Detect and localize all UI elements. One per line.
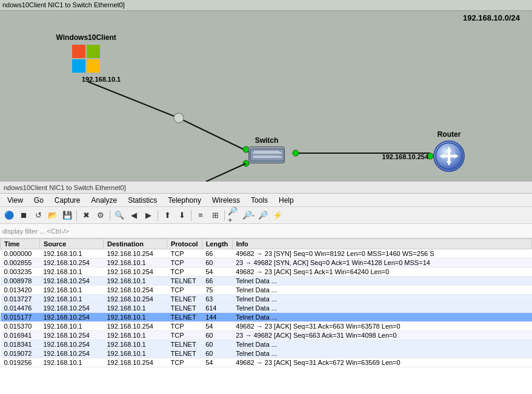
cell-source: 192.168.10.254 — [40, 313, 104, 322]
cell-time: 0.008978 — [1, 277, 40, 286]
menu-item-telephony[interactable]: Telephony — [163, 195, 206, 206]
restart-capture-button[interactable]: ↺ — [32, 209, 45, 222]
menu-item-capture[interactable]: Capture — [50, 195, 85, 206]
stop-capture-button[interactable]: ⏹ — [17, 209, 30, 222]
router-label: Router — [437, 130, 461, 139]
win-sq-green — [87, 45, 100, 58]
table-row[interactable]: 0.018341192.168.10.254192.168.10.1TELNET… — [1, 340, 532, 349]
cell-source: 192.168.10.254 — [40, 258, 104, 268]
save-file-button[interactable]: 💾 — [61, 209, 74, 222]
cell-time: 0.015177 — [1, 313, 40, 322]
table-row[interactable]: 0.013420192.168.10.1192.168.10.254TCP75T… — [1, 286, 532, 295]
columns-button[interactable]: ⊞ — [208, 209, 222, 222]
col-header-dest: Destination — [104, 239, 167, 249]
cell-proto: TCP — [167, 331, 202, 340]
table-row[interactable]: 0.000000192.168.10.1192.168.10.254TCP664… — [1, 249, 532, 258]
cell-len: 66 — [202, 277, 232, 286]
open-file-button[interactable]: 📂 — [46, 209, 59, 222]
menu-item-statistics[interactable]: Statistics — [123, 195, 162, 206]
cell-len: 75 — [202, 286, 232, 295]
cell-len: 60 — [202, 258, 232, 268]
col-header-len: Length — [202, 239, 232, 249]
windows-icon — [71, 44, 101, 74]
cell-len: 54 — [202, 358, 232, 367]
ws-title-text: ndows10Client NIC1 to Switch Ethernet0] — [4, 184, 126, 191]
router-ip: 192.168.10.254 — [382, 153, 428, 160]
cell-proto: TELNET — [167, 340, 202, 349]
menu-item-wireless[interactable]: Wireless — [207, 195, 245, 206]
zoom-normal-button[interactable]: ≡ — [194, 209, 207, 222]
menubar: ViewGoCaptureAnalyzeStatisticsTelephonyW… — [0, 194, 532, 207]
start-capture-button[interactable]: 🔵 — [2, 209, 16, 222]
cell-len: 54 — [202, 268, 232, 277]
cell-info: 49682 → 23 [ACK] Seq=1 Ack=1 Win=64240 L… — [232, 268, 531, 277]
table-row[interactable]: 0.019256192.168.10.1192.168.10.254TCP544… — [1, 358, 532, 367]
table-row[interactable]: 0.003235192.168.10.1192.168.10.254TCP544… — [1, 268, 532, 277]
svg-point-6 — [293, 150, 299, 156]
zoom-in-button[interactable]: 🔎+ — [227, 209, 241, 222]
svg-line-0 — [88, 82, 179, 118]
toolbar-separator — [158, 210, 158, 221]
table-row[interactable]: 0.019072192.168.10.254192.168.10.1TELNET… — [1, 349, 532, 358]
network-canvas: ndows10Client NIC1 to Switch Ethernet0] … — [0, 0, 532, 182]
zoom-out-button[interactable]: 🔎- — [242, 209, 255, 222]
table-row[interactable]: 0.002855192.168.10.254192.168.10.1TCP602… — [1, 258, 532, 268]
cell-time: 0.018341 — [1, 340, 40, 349]
cell-proto: TELNET — [167, 295, 202, 304]
menu-item-analyze[interactable]: Analyze — [87, 195, 122, 206]
cell-proto: TELNET — [167, 304, 202, 313]
cell-time: 0.019256 — [1, 358, 40, 367]
cell-len: 614 — [202, 304, 232, 313]
capture-options-button[interactable]: ⚙ — [94, 209, 107, 222]
cell-proto: TCP — [167, 258, 202, 268]
close-button[interactable]: ✖ — [79, 209, 93, 222]
menu-item-go[interactable]: Go — [29, 195, 48, 206]
canvas-title: ndows10Client NIC1 to Switch Ethernet0] — [0, 0, 532, 11]
menu-item-help[interactable]: Help — [274, 195, 299, 206]
zoom-reset-button[interactable]: 🔎 — [256, 209, 270, 222]
cell-dest: 192.168.10.1 — [104, 304, 167, 313]
cell-len: 54 — [202, 322, 232, 331]
filterbar[interactable]: display filter ... <Ctrl-/> — [0, 224, 532, 238]
cell-info: Telnet Data ... — [232, 286, 531, 295]
table-header-row: Time Source Destination Protocol Length … — [1, 239, 532, 249]
packet-table-wrap[interactable]: Time Source Destination Protocol Length … — [0, 238, 532, 382]
next-packet-button[interactable]: ▶ — [142, 209, 155, 222]
svg-rect-9 — [250, 149, 284, 161]
cell-time: 0.013727 — [1, 295, 40, 304]
toolbar-separator — [191, 210, 191, 221]
go-first-button[interactable]: ⬆ — [161, 209, 174, 222]
win-sq-blue — [72, 59, 85, 73]
table-row[interactable]: 0.015370192.168.10.1192.168.10.254TCP544… — [1, 322, 532, 331]
cell-proto: TCP — [167, 286, 202, 295]
table-row[interactable]: 0.013727192.168.10.1192.168.10.254TELNET… — [1, 295, 532, 304]
cell-proto: TELNET — [167, 313, 202, 322]
colorize-button[interactable]: ⚡ — [271, 209, 284, 222]
wireshark-titlebar: ndows10Client NIC1 to Switch Ethernet0] — [0, 182, 532, 194]
svg-rect-11 — [253, 156, 282, 158]
prev-packet-button[interactable]: ◀ — [127, 209, 141, 222]
table-row[interactable]: 0.008978192.168.10.254192.168.10.1TELNET… — [1, 277, 532, 286]
go-last-button[interactable]: ⬇ — [175, 209, 188, 222]
cell-info: Telnet Data ... — [232, 313, 531, 322]
svg-rect-12 — [255, 151, 257, 153]
cell-time: 0.014476 — [1, 304, 40, 313]
cell-source: 192.168.10.1 — [40, 358, 104, 367]
switch-icon — [248, 146, 285, 163]
menu-item-view[interactable]: View — [2, 195, 28, 206]
cell-source: 192.168.10.1 — [40, 295, 104, 304]
cell-info: Telnet Data ... — [232, 304, 531, 313]
find-packet-button[interactable]: 🔍 — [113, 209, 126, 222]
cell-proto: TELNET — [167, 349, 202, 358]
menu-item-tools[interactable]: Tools — [246, 195, 273, 206]
col-header-time: Time — [1, 239, 40, 249]
cell-dest: 192.168.10.254 — [104, 268, 167, 277]
cell-source: 192.168.10.254 — [40, 277, 104, 286]
table-row[interactable]: 0.016941192.168.10.254192.168.10.1TCP602… — [1, 331, 532, 340]
packet-tbody: 0.000000192.168.10.1192.168.10.254TCP664… — [1, 249, 532, 367]
cell-info: Telnet Data ... — [232, 349, 531, 358]
cell-source: 192.168.10.1 — [40, 268, 104, 277]
table-row[interactable]: 0.014476192.168.10.254192.168.10.1TELNET… — [1, 304, 532, 313]
table-row[interactable]: 0.015177192.168.10.254192.168.10.1TELNET… — [1, 313, 532, 322]
svg-rect-13 — [259, 151, 261, 153]
